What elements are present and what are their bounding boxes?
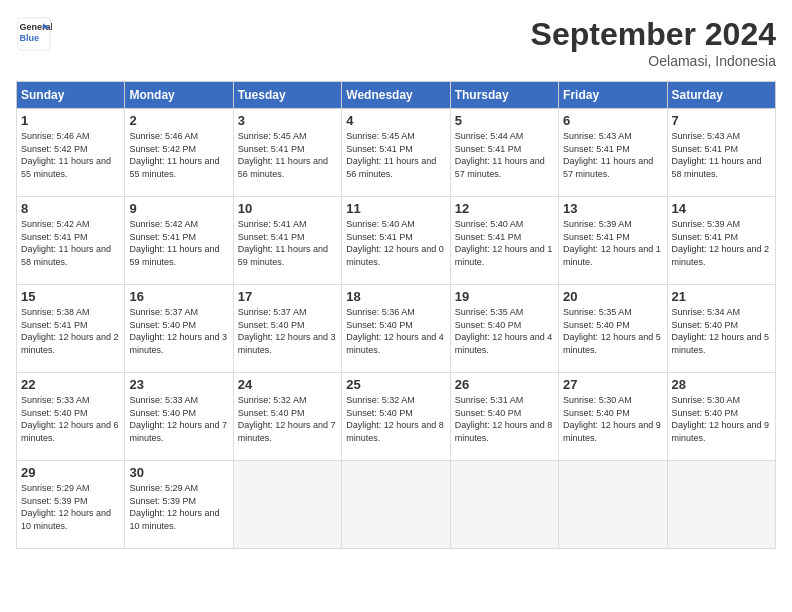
column-header-friday: Friday (559, 82, 667, 109)
day-info: Sunrise: 5:39 AMSunset: 5:41 PMDaylight:… (563, 218, 662, 268)
calendar-cell (667, 461, 775, 549)
day-number: 24 (238, 377, 337, 392)
day-number: 19 (455, 289, 554, 304)
day-number: 13 (563, 201, 662, 216)
day-info: Sunrise: 5:40 AMSunset: 5:41 PMDaylight:… (455, 218, 554, 268)
day-number: 27 (563, 377, 662, 392)
calendar-cell: 18Sunrise: 5:36 AMSunset: 5:40 PMDayligh… (342, 285, 450, 373)
calendar-cell: 21Sunrise: 5:34 AMSunset: 5:40 PMDayligh… (667, 285, 775, 373)
day-number: 16 (129, 289, 228, 304)
day-number: 18 (346, 289, 445, 304)
calendar-cell (342, 461, 450, 549)
day-number: 23 (129, 377, 228, 392)
calendar-cell: 1Sunrise: 5:46 AMSunset: 5:42 PMDaylight… (17, 109, 125, 197)
day-number: 4 (346, 113, 445, 128)
day-number: 22 (21, 377, 120, 392)
day-info: Sunrise: 5:43 AMSunset: 5:41 PMDaylight:… (563, 130, 662, 180)
logo-icon: General Blue (16, 16, 52, 52)
day-number: 29 (21, 465, 120, 480)
calendar-cell: 17Sunrise: 5:37 AMSunset: 5:40 PMDayligh… (233, 285, 341, 373)
day-number: 7 (672, 113, 771, 128)
day-info: Sunrise: 5:29 AMSunset: 5:39 PMDaylight:… (21, 482, 120, 532)
day-number: 1 (21, 113, 120, 128)
day-number: 6 (563, 113, 662, 128)
calendar-cell (559, 461, 667, 549)
calendar-week-2: 15Sunrise: 5:38 AMSunset: 5:41 PMDayligh… (17, 285, 776, 373)
day-info: Sunrise: 5:40 AMSunset: 5:41 PMDaylight:… (346, 218, 445, 268)
location: Oelamasi, Indonesia (531, 53, 776, 69)
calendar-cell: 3Sunrise: 5:45 AMSunset: 5:41 PMDaylight… (233, 109, 341, 197)
column-header-wednesday: Wednesday (342, 82, 450, 109)
calendar-body: 1Sunrise: 5:46 AMSunset: 5:42 PMDaylight… (17, 109, 776, 549)
calendar-week-1: 8Sunrise: 5:42 AMSunset: 5:41 PMDaylight… (17, 197, 776, 285)
calendar-cell: 15Sunrise: 5:38 AMSunset: 5:41 PMDayligh… (17, 285, 125, 373)
title-block: September 2024 Oelamasi, Indonesia (531, 16, 776, 69)
calendar-cell: 11Sunrise: 5:40 AMSunset: 5:41 PMDayligh… (342, 197, 450, 285)
day-info: Sunrise: 5:36 AMSunset: 5:40 PMDaylight:… (346, 306, 445, 356)
calendar-table: SundayMondayTuesdayWednesdayThursdayFrid… (16, 81, 776, 549)
day-info: Sunrise: 5:33 AMSunset: 5:40 PMDaylight:… (129, 394, 228, 444)
day-info: Sunrise: 5:38 AMSunset: 5:41 PMDaylight:… (21, 306, 120, 356)
day-number: 20 (563, 289, 662, 304)
day-number: 10 (238, 201, 337, 216)
calendar-cell: 8Sunrise: 5:42 AMSunset: 5:41 PMDaylight… (17, 197, 125, 285)
day-info: Sunrise: 5:32 AMSunset: 5:40 PMDaylight:… (346, 394, 445, 444)
day-number: 11 (346, 201, 445, 216)
column-header-sunday: Sunday (17, 82, 125, 109)
day-info: Sunrise: 5:30 AMSunset: 5:40 PMDaylight:… (672, 394, 771, 444)
calendar-cell: 5Sunrise: 5:44 AMSunset: 5:41 PMDaylight… (450, 109, 558, 197)
day-number: 9 (129, 201, 228, 216)
calendar-cell: 6Sunrise: 5:43 AMSunset: 5:41 PMDaylight… (559, 109, 667, 197)
calendar-cell: 20Sunrise: 5:35 AMSunset: 5:40 PMDayligh… (559, 285, 667, 373)
day-number: 12 (455, 201, 554, 216)
day-number: 3 (238, 113, 337, 128)
calendar-cell: 23Sunrise: 5:33 AMSunset: 5:40 PMDayligh… (125, 373, 233, 461)
day-info: Sunrise: 5:37 AMSunset: 5:40 PMDaylight:… (129, 306, 228, 356)
calendar-week-4: 29Sunrise: 5:29 AMSunset: 5:39 PMDayligh… (17, 461, 776, 549)
calendar-cell: 26Sunrise: 5:31 AMSunset: 5:40 PMDayligh… (450, 373, 558, 461)
calendar-cell: 12Sunrise: 5:40 AMSunset: 5:41 PMDayligh… (450, 197, 558, 285)
day-info: Sunrise: 5:42 AMSunset: 5:41 PMDaylight:… (129, 218, 228, 268)
day-info: Sunrise: 5:32 AMSunset: 5:40 PMDaylight:… (238, 394, 337, 444)
calendar-cell: 2Sunrise: 5:46 AMSunset: 5:42 PMDaylight… (125, 109, 233, 197)
day-number: 5 (455, 113, 554, 128)
day-info: Sunrise: 5:44 AMSunset: 5:41 PMDaylight:… (455, 130, 554, 180)
day-number: 30 (129, 465, 228, 480)
day-info: Sunrise: 5:41 AMSunset: 5:41 PMDaylight:… (238, 218, 337, 268)
day-number: 26 (455, 377, 554, 392)
day-info: Sunrise: 5:45 AMSunset: 5:41 PMDaylight:… (346, 130, 445, 180)
day-info: Sunrise: 5:33 AMSunset: 5:40 PMDaylight:… (21, 394, 120, 444)
calendar-cell: 14Sunrise: 5:39 AMSunset: 5:41 PMDayligh… (667, 197, 775, 285)
day-number: 28 (672, 377, 771, 392)
page-header: General Blue September 2024 Oelamasi, In… (16, 16, 776, 69)
day-info: Sunrise: 5:43 AMSunset: 5:41 PMDaylight:… (672, 130, 771, 180)
month-title: September 2024 (531, 16, 776, 53)
day-number: 8 (21, 201, 120, 216)
calendar-header-row: SundayMondayTuesdayWednesdayThursdayFrid… (17, 82, 776, 109)
calendar-cell (233, 461, 341, 549)
calendar-cell: 28Sunrise: 5:30 AMSunset: 5:40 PMDayligh… (667, 373, 775, 461)
column-header-thursday: Thursday (450, 82, 558, 109)
day-info: Sunrise: 5:45 AMSunset: 5:41 PMDaylight:… (238, 130, 337, 180)
calendar-cell: 19Sunrise: 5:35 AMSunset: 5:40 PMDayligh… (450, 285, 558, 373)
column-header-saturday: Saturday (667, 82, 775, 109)
calendar-cell: 27Sunrise: 5:30 AMSunset: 5:40 PMDayligh… (559, 373, 667, 461)
svg-text:Blue: Blue (20, 33, 40, 43)
calendar-cell: 29Sunrise: 5:29 AMSunset: 5:39 PMDayligh… (17, 461, 125, 549)
day-number: 17 (238, 289, 337, 304)
calendar-week-3: 22Sunrise: 5:33 AMSunset: 5:40 PMDayligh… (17, 373, 776, 461)
day-info: Sunrise: 5:34 AMSunset: 5:40 PMDaylight:… (672, 306, 771, 356)
calendar-cell: 7Sunrise: 5:43 AMSunset: 5:41 PMDaylight… (667, 109, 775, 197)
day-number: 25 (346, 377, 445, 392)
calendar-cell: 4Sunrise: 5:45 AMSunset: 5:41 PMDaylight… (342, 109, 450, 197)
day-info: Sunrise: 5:30 AMSunset: 5:40 PMDaylight:… (563, 394, 662, 444)
day-number: 21 (672, 289, 771, 304)
day-info: Sunrise: 5:39 AMSunset: 5:41 PMDaylight:… (672, 218, 771, 268)
calendar-week-0: 1Sunrise: 5:46 AMSunset: 5:42 PMDaylight… (17, 109, 776, 197)
calendar-cell: 30Sunrise: 5:29 AMSunset: 5:39 PMDayligh… (125, 461, 233, 549)
day-info: Sunrise: 5:35 AMSunset: 5:40 PMDaylight:… (455, 306, 554, 356)
day-info: Sunrise: 5:46 AMSunset: 5:42 PMDaylight:… (21, 130, 120, 180)
day-info: Sunrise: 5:29 AMSunset: 5:39 PMDaylight:… (129, 482, 228, 532)
calendar-cell: 24Sunrise: 5:32 AMSunset: 5:40 PMDayligh… (233, 373, 341, 461)
calendar-cell (450, 461, 558, 549)
